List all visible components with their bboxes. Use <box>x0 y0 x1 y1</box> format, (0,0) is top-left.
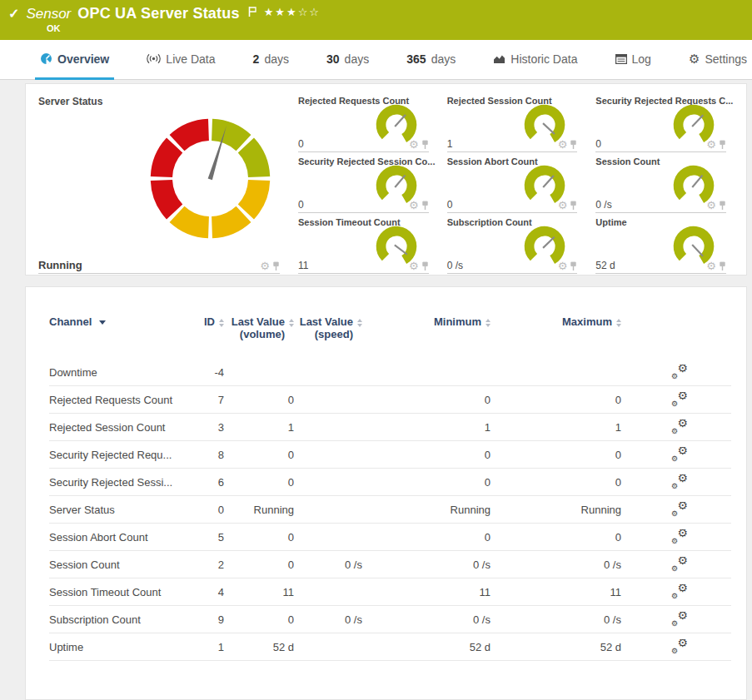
column-header-last-value-speed[interactable]: Last Value (speed) <box>294 315 362 340</box>
channel-settings-icon[interactable]: ⚙⚙ <box>671 529 688 543</box>
channel-settings-icon[interactable]: ⚙⚙ <box>671 392 688 405</box>
channel-id: 1 <box>182 641 224 653</box>
tab-live-data-label: Live Data <box>166 52 215 66</box>
tab-overview-label: Overview <box>57 52 109 66</box>
pin-icon[interactable] <box>421 140 429 150</box>
table-row: Session Abort Count 5 0 0 0 ⚙⚙ <box>49 524 731 551</box>
gauge-needle <box>692 245 703 256</box>
tab-365-days-label: days <box>431 52 456 66</box>
column-header-volume-label: Last Value (volume) <box>224 315 285 340</box>
channel-settings-icon[interactable]: ⚙⚙ <box>671 365 688 378</box>
sort-icon <box>616 319 621 327</box>
column-header-id[interactable]: ID <box>182 315 224 328</box>
server-status-gauge <box>137 106 283 251</box>
tab-2-days[interactable]: 2 days <box>248 40 294 80</box>
pin-icon[interactable] <box>719 201 726 211</box>
maximum-value: 11 <box>491 586 621 598</box>
channel-settings-icon[interactable]: ⚙⚙ <box>671 584 688 598</box>
table-row: Session Timeout Count 4 11 11 11 ⚙⚙ <box>49 578 731 606</box>
column-header-channel[interactable]: Channel <box>49 315 182 328</box>
channel-id: 2 <box>182 559 224 571</box>
tab-settings[interactable]: ⚙ Settings <box>684 40 752 80</box>
settings-gear-icon: ⚙ <box>689 52 700 67</box>
table-row: Session Count 2 0 0 /s 0 /s 0 /s ⚙⚙ <box>49 551 731 578</box>
pin-icon[interactable] <box>719 140 726 150</box>
table-row: Rejected Requests Count 7 0 0 0 ⚙⚙ <box>49 386 731 414</box>
gear-icon[interactable]: ⚙ <box>706 261 716 271</box>
channel-settings-icon[interactable]: ⚙⚙ <box>671 474 688 488</box>
pin-icon[interactable] <box>570 140 577 150</box>
tab-live-data[interactable]: Live Data <box>142 40 220 80</box>
column-header-last-value-volume[interactable]: Last Value (volume) <box>224 315 294 340</box>
channel-name: Session Abort Count <box>49 531 182 544</box>
pin-icon[interactable] <box>272 261 280 271</box>
channel-settings-icon[interactable]: ⚙⚙ <box>671 639 688 653</box>
column-header-maximum-label: Maximum <box>562 315 612 328</box>
gear-icon[interactable]: ⚙ <box>558 261 568 271</box>
last-value-volume: Running <box>224 504 294 516</box>
maximum-value: 0 <box>491 476 621 489</box>
tab-365-days[interactable]: 365 days <box>401 40 461 80</box>
gear-icon[interactable]: ⚙ <box>706 200 716 211</box>
column-header-maximum[interactable]: Maximum <box>491 315 621 328</box>
priority-stars[interactable]: ★★★☆☆ <box>264 6 321 18</box>
channel-name: Rejected Session Count <box>49 421 182 434</box>
sort-descending-icon <box>99 320 106 325</box>
gear-icon[interactable]: ⚙ <box>706 139 716 150</box>
table-header-row: Channel ID Last Value (volume) Last Valu… <box>49 315 731 340</box>
gear-icon[interactable]: ⚙ <box>558 139 568 150</box>
maximum-value: 0 <box>491 449 621 461</box>
maximum-value: 0 /s <box>491 613 621 626</box>
channel-settings-icon[interactable]: ⚙⚙ <box>671 447 688 460</box>
table-row: Downtime -4 ⚙⚙ <box>49 359 731 386</box>
gauge-cell-subscription-count: Subscription Count 0 /s ⚙ <box>447 217 586 276</box>
last-value-volume: 0 <box>224 476 294 489</box>
gear-icon[interactable]: ⚙ <box>409 261 419 271</box>
gauge-cell-uptime: Uptime 52 d ⚙ <box>595 217 735 276</box>
pin-icon[interactable] <box>570 261 577 271</box>
gear-icon[interactable]: ⚙ <box>558 200 568 211</box>
channel-name: Session Timeout Count <box>49 586 182 598</box>
table-row: Server Status 0 Running Running Running … <box>49 496 731 524</box>
gauge-needle <box>692 176 702 187</box>
channel-id: 5 <box>182 531 224 544</box>
gear-icon[interactable]: ⚙ <box>409 200 419 211</box>
channel-settings-icon[interactable]: ⚙⚙ <box>671 420 688 433</box>
tab-30-days[interactable]: 30 days <box>321 40 374 80</box>
gauge-cell-session-abort-count: Session Abort Count 0 ⚙ <box>447 156 586 215</box>
gear-icon[interactable]: ⚙ <box>409 139 419 150</box>
status-check-icon: ✓ <box>8 6 19 22</box>
tab-overview[interactable]: Overview <box>35 40 114 80</box>
channel-name: Uptime <box>49 641 182 653</box>
live-data-icon <box>147 53 161 64</box>
channel-settings-icon[interactable]: ⚙⚙ <box>671 502 688 515</box>
last-value-volume: 11 <box>224 586 294 598</box>
gear-icon[interactable]: ⚙ <box>260 261 270 271</box>
column-header-channel-label: Channel <box>49 315 92 328</box>
gauge-value: 0 /s <box>595 199 611 211</box>
minimum-value: 0 <box>362 531 491 544</box>
pin-icon[interactable] <box>421 261 429 271</box>
gauge-needle <box>692 115 703 127</box>
gauge-cell-rejected-session-count: Rejected Session Count 1 ⚙ <box>447 96 586 154</box>
minimum-value: 0 /s <box>362 613 491 626</box>
table-row: Security Rejected Requ... 8 0 0 0 ⚙⚙ <box>49 441 731 469</box>
pin-icon[interactable] <box>570 201 577 211</box>
channel-name: Session Count <box>49 559 182 571</box>
tab-historic-data[interactable]: Historic Data <box>488 40 582 80</box>
channel-name: Server Status <box>49 504 182 516</box>
gauge-needle <box>543 237 555 248</box>
minimum-value: 0 <box>362 394 491 406</box>
tab-log[interactable]: Log <box>610 40 656 80</box>
channel-settings-icon[interactable]: ⚙⚙ <box>671 612 688 625</box>
pin-icon[interactable] <box>421 201 429 211</box>
pin-icon[interactable] <box>719 261 726 271</box>
channel-settings-icon[interactable]: ⚙⚙ <box>671 557 688 570</box>
last-value-volume: 0 <box>224 531 294 544</box>
maximum-value: Running <box>491 504 621 516</box>
column-header-minimum[interactable]: Minimum <box>362 315 491 328</box>
gauge-value: 11 <box>298 260 308 271</box>
tab-30-days-number: 30 <box>326 52 340 66</box>
status-badge: OK <box>47 23 752 33</box>
last-value-volume: 0 <box>224 559 294 571</box>
